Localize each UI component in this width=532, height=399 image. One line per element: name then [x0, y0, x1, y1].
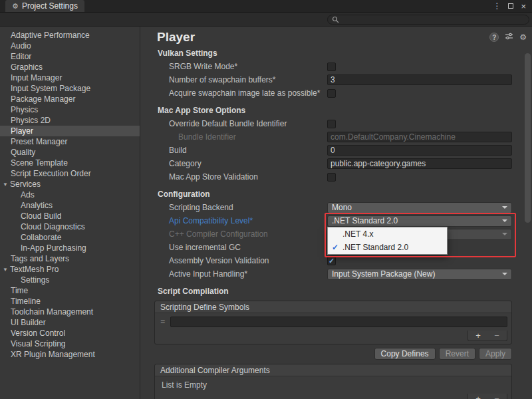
sidebar-item-input-system-package[interactable]: Input System Package [0, 83, 140, 94]
mac-validation-checkbox[interactable] [327, 173, 336, 182]
field-control [327, 120, 512, 128]
apply-button[interactable]: Apply [479, 348, 512, 360]
remove-button[interactable]: − [487, 394, 506, 399]
sidebar-item-player[interactable]: Player [0, 126, 140, 136]
drag-handle-icon[interactable]: = [159, 317, 167, 327]
sidebar-item-collaborate[interactable]: Collaborate [0, 232, 140, 243]
acquire-swapchain-checkbox[interactable] [327, 89, 336, 98]
sidebar-item-ui-builder[interactable]: UI Builder [0, 317, 140, 328]
scripting-define-symbols-box: Scripting Define Symbols = + − [154, 301, 512, 344]
list-footer-buttons: + − [467, 394, 507, 399]
dropdown-value: Mono [332, 203, 352, 212]
add-button[interactable]: + [469, 394, 487, 399]
field-control: Mono [327, 202, 512, 213]
sidebar-item-cloud-diagnostics[interactable]: Cloud Diagnostics [0, 221, 140, 232]
assembly-validation-checkbox[interactable]: ✓ [327, 257, 336, 265]
settings-sidebar: Adaptive Performance Audio Editor Graphi… [0, 27, 140, 399]
sidebar-item-time[interactable]: Time [0, 285, 140, 296]
sidebar-item-tags-and-layers[interactable]: Tags and Layers [0, 253, 140, 264]
copy-defines-button[interactable]: Copy Defines [374, 348, 436, 360]
sidebar-item-audio[interactable]: Audio [0, 41, 140, 51]
gear-icon[interactable]: ⚙ [519, 33, 527, 42]
tab-project-settings[interactable]: ⚙ Project Settings [5, 0, 84, 12]
compiler-arguments-empty-row: List is Empty [155, 376, 511, 394]
row-category: Category [141, 157, 532, 170]
sidebar-item-physics-2d[interactable]: Physics 2D [0, 115, 140, 126]
sidebar-item-xr-plugin-management[interactable]: XR Plugin Management [0, 349, 140, 360]
sidebar-item-adaptive-performance[interactable]: Adaptive Performance [0, 30, 140, 41]
define-symbols-actions: Copy Defines Revert Apply [141, 348, 512, 360]
section-mac-app-store: Mac App Store Options [141, 104, 532, 117]
revert-button[interactable]: Revert [439, 348, 475, 360]
field-control [327, 173, 512, 182]
window-menu-icon[interactable]: ⋮ [493, 1, 501, 11]
sidebar-item-input-manager[interactable]: Input Manager [0, 72, 140, 83]
sidebar-item-quality[interactable]: Quality [0, 147, 140, 158]
help-icon[interactable]: ? [489, 33, 499, 42]
row-swapchain-buffers: Number of swapchain buffers* [141, 73, 532, 86]
bundle-identifier-input [327, 132, 512, 142]
check-icon: ✓ [329, 257, 334, 265]
api-compatibility-dropdown[interactable]: .NET Standard 2.0 [327, 215, 512, 227]
maximize-icon[interactable] [508, 3, 513, 9]
api-compatibility-menu: .NET 4.x ✓ .NET Standard 2.0 [327, 227, 448, 255]
menu-item-net-standard-20[interactable]: ✓ .NET Standard 2.0 [328, 241, 447, 254]
active-input-handling-dropdown[interactable]: Input System Package (New) [327, 269, 512, 280]
sidebar-item-textmesh-pro[interactable]: ▼TextMesh Pro [0, 264, 140, 275]
sidebar-item-in-app-purchasing[interactable]: In-App Purchasing [0, 243, 140, 253]
sidebar-item-graphics[interactable]: Graphics [0, 62, 140, 72]
sidebar-item-cloud-build[interactable]: Cloud Build [0, 211, 140, 221]
foldout-open-icon[interactable]: ▼ [3, 265, 10, 275]
window-titlebar: ⚙ Project Settings ⋮ × [0, 0, 532, 13]
field-label: Bundle Identifier [169, 132, 236, 142]
chevron-down-icon [502, 206, 507, 209]
sidebar-item-visual-scripting[interactable]: Visual Scripting [0, 338, 140, 349]
sidebar-item-toolchain-management[interactable]: Toolchain Management [0, 307, 140, 317]
category-input[interactable] [327, 158, 512, 169]
section-configuration: Configuration [141, 188, 532, 201]
field-label: Override Default Bundle Identifier [169, 119, 287, 128]
additional-compiler-arguments-box: Additional Compiler Arguments List is Em… [154, 364, 512, 399]
foldout-open-icon[interactable]: ▼ [3, 180, 10, 190]
row-active-input-handling: Active Input Handling* Input System Pack… [141, 267, 532, 281]
add-button[interactable]: + [469, 331, 487, 340]
build-input[interactable] [327, 145, 512, 156]
define-symbol-row: = [155, 313, 511, 331]
field-label: Assembly Version Validation [169, 256, 269, 265]
search-icon [332, 16, 339, 23]
sidebar-item-textmesh-settings[interactable]: Settings [0, 275, 140, 285]
menu-item-net-4x[interactable]: .NET 4.x [328, 227, 447, 241]
chevron-down-icon [502, 273, 507, 275]
player-settings-panel: Player ? ⚙ Vulkan Settings SRGB Write Mo… [141, 27, 532, 399]
sidebar-item-version-control[interactable]: Version Control [0, 328, 140, 338]
sidebar-item-physics[interactable]: Physics [0, 104, 140, 115]
list-footer: + − [155, 394, 511, 399]
search-input[interactable] [342, 16, 525, 24]
presets-icon[interactable] [505, 32, 513, 43]
row-srgb-write-mode: SRGB Write Mode* [141, 60, 532, 73]
field-control: Input System Package (New) [327, 269, 512, 280]
swapchain-buffers-input[interactable] [327, 74, 512, 85]
row-acquire-swapchain: Acquire swapchain image late as possible… [141, 86, 532, 100]
remove-button[interactable]: − [487, 331, 506, 340]
sidebar-item-services[interactable]: ▼Services [0, 179, 140, 190]
search-box[interactable] [327, 15, 529, 25]
override-bundle-checkbox[interactable] [327, 120, 336, 128]
sidebar-item-timeline[interactable]: Timeline [0, 296, 140, 307]
sidebar-item-script-execution-order[interactable]: Script Execution Order [0, 168, 140, 179]
vertical-scrollbar-thumb[interactable] [525, 53, 531, 223]
sidebar-item-analytics[interactable]: Analytics [0, 200, 140, 211]
page-title: Player [157, 30, 195, 45]
dropdown-value: .NET Standard 2.0 [332, 216, 398, 225]
srgb-write-mode-checkbox[interactable] [327, 63, 336, 71]
sidebar-item-package-manager[interactable]: Package Manager [0, 94, 140, 104]
sidebar-item-preset-manager[interactable]: Preset Manager [0, 136, 140, 147]
field-label: Use incremental GC [169, 243, 241, 252]
row-bundle-identifier: Bundle Identifier [141, 130, 532, 144]
sidebar-item-editor[interactable]: Editor [0, 51, 140, 62]
close-icon[interactable]: × [521, 2, 526, 11]
scripting-backend-dropdown[interactable]: Mono [327, 202, 512, 213]
sidebar-item-ads[interactable]: Ads [0, 190, 140, 200]
sidebar-item-scene-template[interactable]: Scene Template [0, 158, 140, 168]
define-symbol-input[interactable] [170, 317, 507, 327]
